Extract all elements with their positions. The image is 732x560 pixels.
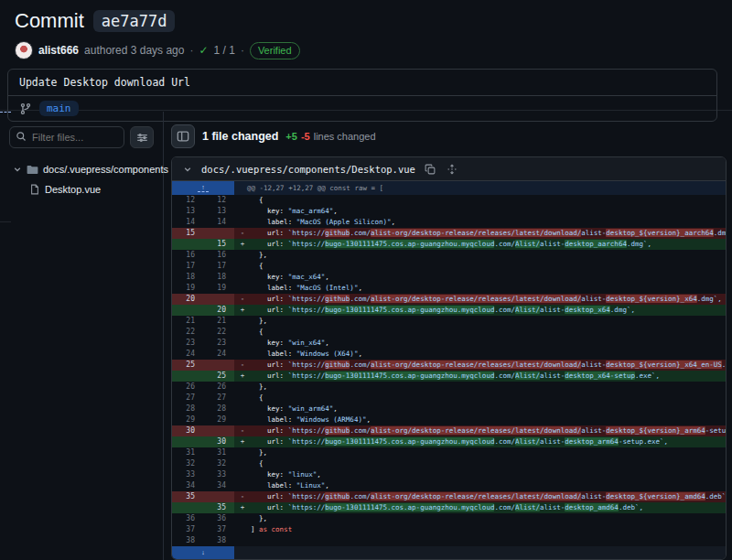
new-line-number[interactable] xyxy=(203,294,234,305)
old-line-number[interactable]: 22 xyxy=(172,327,203,338)
diff-marker xyxy=(234,316,251,327)
new-line-number[interactable]: 18 xyxy=(203,272,234,283)
old-line-number[interactable] xyxy=(172,502,203,513)
new-line-number[interactable]: 19 xyxy=(203,283,234,294)
old-line-number[interactable]: 32 xyxy=(172,458,203,469)
new-line-number[interactable]: 12 xyxy=(203,195,234,206)
old-line-number[interactable] xyxy=(172,239,203,250)
expand-all-button[interactable] xyxy=(445,162,459,177)
hunk-header-row: ↑@@ -12,27 +12,27 @@ const raw = [ xyxy=(172,181,726,195)
collapse-diff-button[interactable] xyxy=(181,163,194,176)
chevron-down-icon xyxy=(183,165,192,174)
copy-path-button[interactable] xyxy=(423,162,437,177)
checks-success-icon[interactable]: ✓ xyxy=(199,44,208,57)
old-line-number[interactable]: 38 xyxy=(172,535,203,546)
new-line-number[interactable]: 33 xyxy=(203,469,234,480)
new-line-number[interactable]: 31 xyxy=(203,447,234,458)
old-line-number[interactable]: 33 xyxy=(172,469,203,480)
diff-row: 2121 }, xyxy=(172,316,726,327)
new-line-number[interactable]: 29 xyxy=(203,415,234,425)
code-line: key: "win_arm64", xyxy=(251,404,726,415)
diff-row: 3636 }, xyxy=(172,513,726,524)
old-line-number[interactable] xyxy=(172,436,203,447)
new-line-number[interactable]: 23 xyxy=(203,338,234,349)
tree-file-row[interactable]: Desktop.vue xyxy=(9,179,154,199)
old-line-number[interactable]: 34 xyxy=(172,480,203,491)
new-line-number[interactable]: 17 xyxy=(203,261,234,272)
old-line-number[interactable]: 37 xyxy=(172,524,203,535)
old-line-number[interactable] xyxy=(172,305,203,316)
new-line-number[interactable]: 35 xyxy=(203,502,234,513)
old-line-number[interactable]: 21 xyxy=(172,316,203,327)
old-line-number[interactable]: 17 xyxy=(172,261,203,272)
code-line: { xyxy=(251,458,726,469)
new-line-number[interactable]: 20 xyxy=(203,305,234,316)
diff-marker xyxy=(234,480,251,491)
old-line-number[interactable]: 35 xyxy=(172,491,203,502)
new-line-number[interactable]: 13 xyxy=(203,206,234,217)
old-line-number[interactable]: 26 xyxy=(172,382,203,393)
old-line-number[interactable]: 31 xyxy=(172,447,203,458)
old-line-number[interactable]: 19 xyxy=(172,283,203,294)
sidebar-panel-icon xyxy=(177,130,189,143)
lines-changed-label: lines changed xyxy=(314,131,376,142)
new-line-number[interactable]: 15 xyxy=(203,239,234,250)
expand-up-button[interactable]: ↑ xyxy=(172,181,234,195)
new-line-number[interactable]: 36 xyxy=(203,513,234,524)
new-line-number[interactable]: 24 xyxy=(203,349,234,360)
old-line-number[interactable]: 16 xyxy=(172,250,203,261)
new-line-number[interactable] xyxy=(203,425,234,436)
tree-folder-row[interactable]: docs/.vuepress/components xyxy=(9,159,154,179)
old-line-number[interactable]: 30 xyxy=(172,425,203,436)
old-line-number[interactable]: 28 xyxy=(172,404,203,415)
new-line-number[interactable]: 26 xyxy=(203,382,234,393)
new-line-number[interactable]: 37 xyxy=(203,524,234,535)
tree-options-button[interactable] xyxy=(130,126,154,148)
old-line-number[interactable]: 25 xyxy=(172,360,203,371)
new-line-number[interactable] xyxy=(203,360,234,371)
new-line-number[interactable]: 14 xyxy=(203,217,234,228)
code-line: }, xyxy=(251,316,726,327)
old-line-number[interactable]: 24 xyxy=(172,349,203,360)
code-line: label: "MacOS (Intel)", xyxy=(251,283,726,294)
new-line-number[interactable]: 27 xyxy=(203,393,234,404)
new-line-number[interactable]: 25 xyxy=(203,371,234,382)
new-line-number[interactable]: 21 xyxy=(203,316,234,327)
avatar[interactable] xyxy=(15,41,33,59)
old-line-number[interactable]: 23 xyxy=(172,338,203,349)
new-line-number[interactable]: 16 xyxy=(203,250,234,261)
collapse-file-tree-button[interactable] xyxy=(171,124,195,148)
old-line-number[interactable]: 14 xyxy=(172,217,203,228)
old-line-number[interactable]: 13 xyxy=(172,206,203,217)
old-line-number[interactable]: 15 xyxy=(172,228,203,239)
new-line-number[interactable]: 34 xyxy=(203,480,234,491)
arrow-down-icon: ↓ xyxy=(201,550,205,555)
diff-file-path[interactable]: docs/.vuepress/components/Desktop.vue xyxy=(201,164,415,175)
old-line-number[interactable]: 20 xyxy=(172,294,203,305)
verified-badge[interactable]: Verified xyxy=(250,42,300,59)
old-line-number[interactable]: 12 xyxy=(172,195,203,206)
old-line-number[interactable]: 18 xyxy=(172,272,203,283)
unfold-icon xyxy=(447,164,458,175)
new-line-number[interactable]: 32 xyxy=(203,458,234,469)
author-login[interactable]: alist666 xyxy=(38,44,79,57)
new-line-number[interactable]: 30 xyxy=(203,436,234,447)
old-line-number[interactable]: 36 xyxy=(172,513,203,524)
new-line-number[interactable] xyxy=(203,491,234,502)
old-line-number[interactable]: 27 xyxy=(172,393,203,404)
old-line-number[interactable]: 29 xyxy=(172,415,203,425)
diff-marker: - xyxy=(234,425,251,436)
diff-marker: + xyxy=(234,436,251,447)
old-line-number[interactable] xyxy=(172,371,203,382)
new-line-number[interactable]: 38 xyxy=(203,535,234,546)
checks-count[interactable]: 1 / 1 xyxy=(214,44,235,57)
expand-down-button[interactable]: ↓ xyxy=(172,546,234,559)
diff-row: 2424 label: "Windows (X64)", xyxy=(172,349,726,360)
code-line: key: "mac_arm64", xyxy=(251,206,726,217)
new-line-number[interactable] xyxy=(203,228,234,239)
new-line-number[interactable]: 28 xyxy=(203,404,234,415)
code-line: url: `https://github.com/alist-org/deskt… xyxy=(251,228,726,239)
diff-row: 20+ url: `https://bugo-1301111475.cos.ap… xyxy=(172,305,726,316)
authored-ago: authored 3 days ago xyxy=(84,44,184,57)
new-line-number[interactable]: 22 xyxy=(203,327,234,338)
